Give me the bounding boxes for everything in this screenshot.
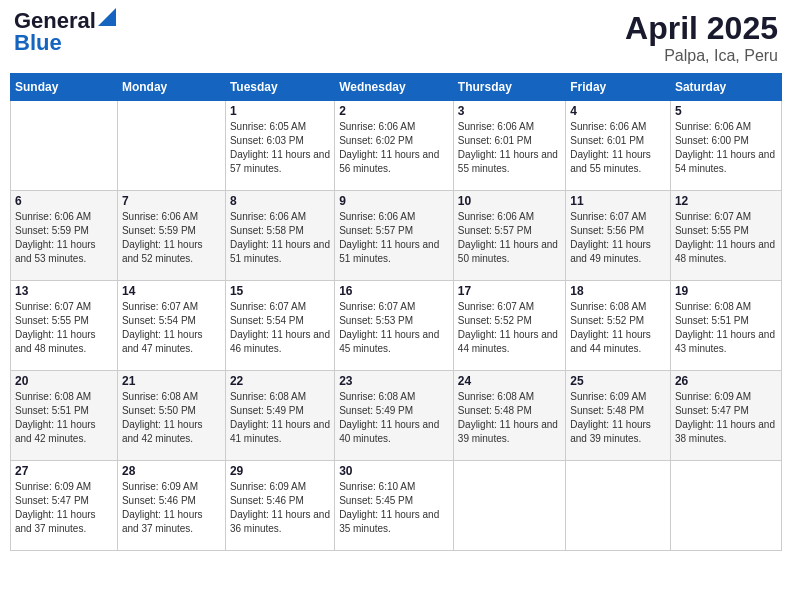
page-subtitle: Palpa, Ica, Peru xyxy=(625,47,778,65)
day-info: Sunrise: 6:06 AM Sunset: 6:01 PM Dayligh… xyxy=(458,120,561,176)
calendar-week-row: 1Sunrise: 6:05 AM Sunset: 6:03 PM Daylig… xyxy=(11,101,782,191)
day-number: 17 xyxy=(458,284,561,298)
calendar-week-row: 6Sunrise: 6:06 AM Sunset: 5:59 PM Daylig… xyxy=(11,191,782,281)
calendar-cell xyxy=(117,101,225,191)
weekday-header-wednesday: Wednesday xyxy=(335,74,454,101)
day-number: 1 xyxy=(230,104,330,118)
day-info: Sunrise: 6:08 AM Sunset: 5:52 PM Dayligh… xyxy=(570,300,666,356)
day-number: 28 xyxy=(122,464,221,478)
calendar-cell: 10Sunrise: 6:06 AM Sunset: 5:57 PM Dayli… xyxy=(453,191,565,281)
day-info: Sunrise: 6:06 AM Sunset: 5:57 PM Dayligh… xyxy=(339,210,449,266)
calendar-header: SundayMondayTuesdayWednesdayThursdayFrid… xyxy=(11,74,782,101)
day-number: 25 xyxy=(570,374,666,388)
calendar-cell: 19Sunrise: 6:08 AM Sunset: 5:51 PM Dayli… xyxy=(670,281,781,371)
day-number: 22 xyxy=(230,374,330,388)
weekday-header-monday: Monday xyxy=(117,74,225,101)
title-block: April 2025 Palpa, Ica, Peru xyxy=(625,10,778,65)
day-info: Sunrise: 6:09 AM Sunset: 5:47 PM Dayligh… xyxy=(675,390,777,446)
day-number: 16 xyxy=(339,284,449,298)
calendar-cell: 13Sunrise: 6:07 AM Sunset: 5:55 PM Dayli… xyxy=(11,281,118,371)
day-number: 9 xyxy=(339,194,449,208)
calendar-cell: 5Sunrise: 6:06 AM Sunset: 6:00 PM Daylig… xyxy=(670,101,781,191)
calendar-cell: 26Sunrise: 6:09 AM Sunset: 5:47 PM Dayli… xyxy=(670,371,781,461)
day-number: 7 xyxy=(122,194,221,208)
weekday-header-friday: Friday xyxy=(566,74,671,101)
calendar-cell: 9Sunrise: 6:06 AM Sunset: 5:57 PM Daylig… xyxy=(335,191,454,281)
day-info: Sunrise: 6:09 AM Sunset: 5:47 PM Dayligh… xyxy=(15,480,113,536)
calendar-week-row: 27Sunrise: 6:09 AM Sunset: 5:47 PM Dayli… xyxy=(11,461,782,551)
day-number: 27 xyxy=(15,464,113,478)
calendar-cell xyxy=(566,461,671,551)
calendar-cell: 30Sunrise: 6:10 AM Sunset: 5:45 PM Dayli… xyxy=(335,461,454,551)
day-info: Sunrise: 6:08 AM Sunset: 5:49 PM Dayligh… xyxy=(230,390,330,446)
day-number: 23 xyxy=(339,374,449,388)
svg-marker-0 xyxy=(98,8,116,26)
day-info: Sunrise: 6:08 AM Sunset: 5:50 PM Dayligh… xyxy=(122,390,221,446)
day-number: 21 xyxy=(122,374,221,388)
day-info: Sunrise: 6:07 AM Sunset: 5:56 PM Dayligh… xyxy=(570,210,666,266)
day-info: Sunrise: 6:06 AM Sunset: 6:00 PM Dayligh… xyxy=(675,120,777,176)
day-info: Sunrise: 6:09 AM Sunset: 5:46 PM Dayligh… xyxy=(230,480,330,536)
logo: General Blue xyxy=(14,10,116,54)
day-number: 18 xyxy=(570,284,666,298)
calendar-cell: 14Sunrise: 6:07 AM Sunset: 5:54 PM Dayli… xyxy=(117,281,225,371)
day-info: Sunrise: 6:09 AM Sunset: 5:48 PM Dayligh… xyxy=(570,390,666,446)
day-info: Sunrise: 6:08 AM Sunset: 5:51 PM Dayligh… xyxy=(15,390,113,446)
calendar-cell xyxy=(11,101,118,191)
calendar-cell: 27Sunrise: 6:09 AM Sunset: 5:47 PM Dayli… xyxy=(11,461,118,551)
day-info: Sunrise: 6:07 AM Sunset: 5:52 PM Dayligh… xyxy=(458,300,561,356)
calendar-cell: 11Sunrise: 6:07 AM Sunset: 5:56 PM Dayli… xyxy=(566,191,671,281)
day-number: 15 xyxy=(230,284,330,298)
calendar-cell: 6Sunrise: 6:06 AM Sunset: 5:59 PM Daylig… xyxy=(11,191,118,281)
logo-arrow-icon xyxy=(98,8,116,26)
weekday-header-saturday: Saturday xyxy=(670,74,781,101)
day-info: Sunrise: 6:07 AM Sunset: 5:54 PM Dayligh… xyxy=(122,300,221,356)
calendar-cell xyxy=(453,461,565,551)
calendar-cell: 25Sunrise: 6:09 AM Sunset: 5:48 PM Dayli… xyxy=(566,371,671,461)
weekday-row: SundayMondayTuesdayWednesdayThursdayFrid… xyxy=(11,74,782,101)
day-info: Sunrise: 6:06 AM Sunset: 5:57 PM Dayligh… xyxy=(458,210,561,266)
day-number: 29 xyxy=(230,464,330,478)
calendar-table: SundayMondayTuesdayWednesdayThursdayFrid… xyxy=(10,73,782,551)
logo-blue-text: Blue xyxy=(14,32,62,54)
calendar-cell: 18Sunrise: 6:08 AM Sunset: 5:52 PM Dayli… xyxy=(566,281,671,371)
day-info: Sunrise: 6:07 AM Sunset: 5:54 PM Dayligh… xyxy=(230,300,330,356)
day-info: Sunrise: 6:07 AM Sunset: 5:55 PM Dayligh… xyxy=(675,210,777,266)
day-info: Sunrise: 6:06 AM Sunset: 5:59 PM Dayligh… xyxy=(122,210,221,266)
logo-general-text: General xyxy=(14,10,96,32)
day-info: Sunrise: 6:06 AM Sunset: 5:59 PM Dayligh… xyxy=(15,210,113,266)
weekday-header-sunday: Sunday xyxy=(11,74,118,101)
day-info: Sunrise: 6:06 AM Sunset: 6:02 PM Dayligh… xyxy=(339,120,449,176)
calendar-cell: 7Sunrise: 6:06 AM Sunset: 5:59 PM Daylig… xyxy=(117,191,225,281)
calendar-cell: 17Sunrise: 6:07 AM Sunset: 5:52 PM Dayli… xyxy=(453,281,565,371)
day-number: 11 xyxy=(570,194,666,208)
calendar-week-row: 13Sunrise: 6:07 AM Sunset: 5:55 PM Dayli… xyxy=(11,281,782,371)
calendar-cell: 21Sunrise: 6:08 AM Sunset: 5:50 PM Dayli… xyxy=(117,371,225,461)
day-info: Sunrise: 6:08 AM Sunset: 5:51 PM Dayligh… xyxy=(675,300,777,356)
weekday-header-tuesday: Tuesday xyxy=(225,74,334,101)
day-number: 20 xyxy=(15,374,113,388)
calendar-cell: 24Sunrise: 6:08 AM Sunset: 5:48 PM Dayli… xyxy=(453,371,565,461)
calendar-body: 1Sunrise: 6:05 AM Sunset: 6:03 PM Daylig… xyxy=(11,101,782,551)
day-number: 24 xyxy=(458,374,561,388)
day-info: Sunrise: 6:08 AM Sunset: 5:49 PM Dayligh… xyxy=(339,390,449,446)
day-number: 30 xyxy=(339,464,449,478)
weekday-header-thursday: Thursday xyxy=(453,74,565,101)
day-info: Sunrise: 6:05 AM Sunset: 6:03 PM Dayligh… xyxy=(230,120,330,176)
day-number: 19 xyxy=(675,284,777,298)
calendar-cell: 1Sunrise: 6:05 AM Sunset: 6:03 PM Daylig… xyxy=(225,101,334,191)
day-number: 4 xyxy=(570,104,666,118)
day-number: 2 xyxy=(339,104,449,118)
calendar-cell: 3Sunrise: 6:06 AM Sunset: 6:01 PM Daylig… xyxy=(453,101,565,191)
calendar-cell: 4Sunrise: 6:06 AM Sunset: 6:01 PM Daylig… xyxy=(566,101,671,191)
day-number: 14 xyxy=(122,284,221,298)
page-title: April 2025 xyxy=(625,10,778,47)
day-info: Sunrise: 6:09 AM Sunset: 5:46 PM Dayligh… xyxy=(122,480,221,536)
day-info: Sunrise: 6:07 AM Sunset: 5:55 PM Dayligh… xyxy=(15,300,113,356)
calendar-cell: 23Sunrise: 6:08 AM Sunset: 5:49 PM Dayli… xyxy=(335,371,454,461)
calendar-cell: 29Sunrise: 6:09 AM Sunset: 5:46 PM Dayli… xyxy=(225,461,334,551)
day-info: Sunrise: 6:06 AM Sunset: 5:58 PM Dayligh… xyxy=(230,210,330,266)
day-number: 12 xyxy=(675,194,777,208)
day-number: 3 xyxy=(458,104,561,118)
calendar-cell: 2Sunrise: 6:06 AM Sunset: 6:02 PM Daylig… xyxy=(335,101,454,191)
